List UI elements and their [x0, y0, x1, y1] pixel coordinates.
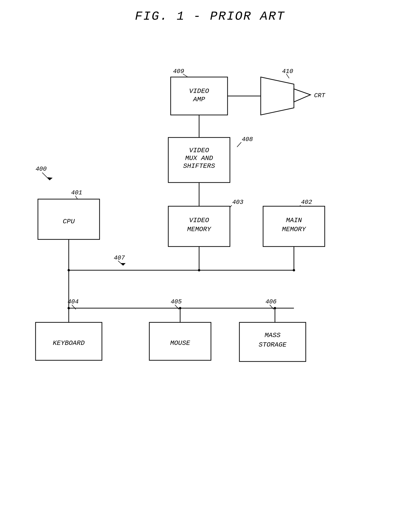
cpu-label: CPU — [63, 218, 75, 225]
svg-line-10 — [270, 305, 274, 309]
junction-cpu-bus — [68, 269, 70, 271]
ref-405-label: 405 — [171, 298, 182, 305]
video-mux-label2: MUX AND — [185, 155, 213, 162]
video-amp-label: VIDEO — [189, 87, 209, 95]
ref-402-label: 402 — [301, 199, 312, 206]
svg-line-2 — [237, 142, 241, 147]
crt-label: CRT — [314, 92, 325, 99]
main-memory-label1: MAIN — [286, 217, 302, 224]
page-title: FIG. 1 - PRIOR ART — [135, 9, 285, 23]
mouse-label: MOUSE — [170, 339, 190, 347]
ref-409-label: 409 — [173, 68, 184, 75]
ref-408-label: 408 — [242, 136, 253, 143]
junction-mmem-bus — [293, 269, 295, 271]
ref-410-label: 410 — [282, 68, 293, 75]
video-mux-label3: SHIFTERS — [183, 162, 215, 170]
video-memory-label2: MEMORY — [187, 226, 212, 233]
ref-400-label: 400 — [36, 166, 47, 173]
crt-body — [261, 77, 294, 115]
svg-line-9 — [175, 305, 179, 309]
junction-lower-mouse — [179, 307, 181, 309]
ref-407-arrow — [120, 263, 126, 265]
ref-406-label: 406 — [265, 298, 277, 305]
video-amp-label2: AMP — [193, 96, 205, 103]
ref-401-label: 401 — [71, 189, 82, 196]
svg-line-8 — [72, 305, 76, 309]
video-mux-label1: VIDEO — [189, 147, 209, 154]
keyboard-label: KEYBOARD — [53, 339, 85, 347]
main-memory-label2: MEMORY — [282, 226, 307, 233]
junction-vmem-bus — [198, 269, 200, 271]
crt-neck — [294, 89, 310, 102]
video-memory-label1: VIDEO — [189, 217, 209, 224]
ref-403-label: 403 — [232, 199, 243, 206]
mass-storage-label2: STORAGE — [259, 341, 286, 348]
junction-lower-mass — [274, 307, 276, 309]
ref-404-label: 404 — [68, 298, 79, 305]
junction-lower-cpu — [68, 307, 70, 309]
diagram: 409 VIDEO AMP 410 CRT 408 VIDEO MUX AND … — [24, 47, 396, 498]
mass-storage-label1: MASS — [264, 332, 280, 339]
ref-407-label: 407 — [114, 254, 125, 262]
svg-line-6 — [42, 173, 50, 180]
